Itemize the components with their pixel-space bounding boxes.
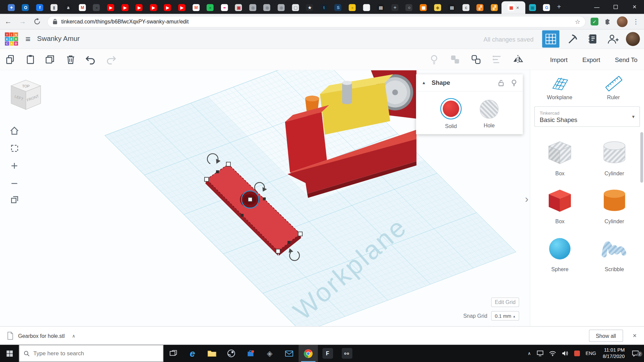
dashboard-grid-button[interactable]: [542, 31, 559, 48]
download-menu-chevron[interactable]: ∧: [72, 333, 75, 339]
browser-tab[interactable]: ◉: [260, 1, 274, 14]
browser-tab[interactable]: G: [539, 1, 553, 14]
delete-button[interactable]: [64, 53, 78, 67]
edit-grid-button[interactable]: Edit Grid: [491, 298, 519, 307]
browser-menu-icon[interactable]: ⋮: [633, 18, 639, 25]
zoom-in-button[interactable]: [11, 163, 17, 169]
mirror-button[interactable]: [511, 53, 525, 67]
ruler-tool[interactable]: Ruler: [587, 75, 640, 101]
browser-tab[interactable]: ▞: [487, 1, 501, 14]
extension-check-icon[interactable]: ✓: [591, 18, 598, 25]
corner-handle[interactable]: [226, 162, 230, 166]
corner-handle[interactable]: [276, 249, 280, 253]
language-indicator[interactable]: ENG: [583, 351, 599, 356]
home-view-button[interactable]: [11, 127, 18, 134]
close-button[interactable]: ×: [625, 0, 644, 14]
browser-tab[interactable]: ●: [345, 1, 359, 14]
viewcube-top-label[interactable]: TOP: [22, 84, 30, 88]
view-cube[interactable]: TOP LEFT FRONT: [11, 80, 41, 110]
edge-handle[interactable]: [287, 241, 290, 244]
lock-toggle-button[interactable]: [498, 79, 504, 86]
tray-app-icon[interactable]: [571, 351, 583, 356]
visibility-bulb-button[interactable]: [511, 79, 517, 86]
download-bar-close-icon[interactable]: ×: [633, 332, 637, 340]
maximize-button[interactable]: [606, 0, 625, 14]
new-tab-button[interactable]: +: [554, 2, 565, 12]
design-title[interactable]: Swanky Amur: [37, 35, 80, 43]
browser-tab[interactable]: ✦: [4, 1, 18, 14]
browser-tab[interactable]: ◆: [430, 1, 444, 14]
taskbar-edge[interactable]: e: [183, 345, 202, 362]
invite-person-button[interactable]: [606, 32, 620, 46]
browser-tab[interactable]: ▶: [146, 1, 160, 14]
export-button[interactable]: Export: [582, 56, 600, 63]
url-text[interactable]: tinkercad.com/things/b6BfwcXqxPY-swanky-…: [61, 18, 575, 24]
browser-tab[interactable]: ▮: [47, 1, 61, 14]
browser-tab[interactable]: ••: [217, 1, 231, 14]
profile-avatar[interactable]: [617, 16, 628, 27]
import-button[interactable]: Import: [550, 56, 568, 63]
browser-tab[interactable]: ★: [303, 1, 317, 14]
align-button[interactable]: [490, 53, 504, 67]
solid-option[interactable]: Solid: [440, 98, 462, 129]
browser-tab[interactable]: t: [317, 1, 331, 14]
task-view-button[interactable]: [163, 345, 183, 362]
taskbar-app-dark[interactable]: ◈: [260, 345, 279, 362]
search-input[interactable]: [33, 350, 159, 357]
browser-tab[interactable]: ▦: [416, 1, 430, 14]
browser-tab[interactable]: O: [18, 1, 33, 14]
browser-tab[interactable]: ▣: [525, 1, 539, 14]
model-steam-dome[interactable]: [342, 83, 352, 104]
browser-tab[interactable]: a: [61, 1, 75, 14]
browser-tab[interactable]: ●: [89, 1, 103, 14]
tray-wifi-icon[interactable]: [546, 351, 559, 356]
action-center-button[interactable]: 2: [628, 350, 644, 357]
browser-tab[interactable]: ▦ ×: [501, 1, 525, 14]
shape-box-striped[interactable]: Box: [545, 138, 575, 177]
browser-tab[interactable]: M: [189, 1, 203, 14]
taskbar-store[interactable]: [241, 345, 260, 362]
redo-button[interactable]: [104, 53, 118, 67]
duplicate-button[interactable]: [44, 53, 58, 67]
group-button[interactable]: [448, 53, 462, 67]
solid-swatch[interactable]: [443, 101, 459, 117]
shape-box-red[interactable]: Box: [545, 186, 575, 225]
ungroup-button[interactable]: [469, 53, 483, 67]
show-all-bulb-button[interactable]: [427, 53, 441, 67]
shape-sphere[interactable]: Sphere: [545, 234, 575, 273]
back-button[interactable]: ←: [2, 15, 14, 28]
tray-expand-chevron[interactable]: ∧: [525, 351, 534, 356]
taskbar-app-oo[interactable]: oo: [337, 345, 357, 362]
undo-button[interactable]: [84, 53, 98, 67]
forward-button[interactable]: →: [16, 15, 29, 28]
reload-button[interactable]: [31, 15, 43, 28]
browser-tab[interactable]: ▤: [374, 1, 388, 14]
edge-handle[interactable]: [241, 214, 244, 217]
send-to-button[interactable]: Send To: [615, 56, 637, 63]
edge-handle[interactable]: [216, 170, 219, 173]
taskbar-file-explorer[interactable]: [202, 345, 221, 362]
browser-tab[interactable]: ◉: [274, 1, 288, 14]
bookmark-star-icon[interactable]: ☆: [575, 18, 580, 25]
panel-collapse-button[interactable]: ▲: [422, 80, 426, 85]
shape-cylinder-striped[interactable]: Cylinder: [599, 138, 630, 177]
browser-tab[interactable]: ▣: [231, 1, 246, 14]
center-handle[interactable]: [248, 197, 252, 201]
tab-close-icon[interactable]: ×: [516, 5, 519, 10]
shape-scribble[interactable]: Scribble: [599, 234, 630, 273]
browser-tab[interactable]: ◉: [246, 1, 260, 14]
minecraft-pickaxe-button[interactable]: [566, 32, 580, 46]
browser-tab[interactable]: M: [75, 1, 89, 14]
show-all-button[interactable]: Show all: [589, 329, 623, 342]
tinkercad-logo[interactable]: T I N K E R C A D: [5, 33, 18, 46]
browser-tab[interactable]: ○: [402, 1, 416, 14]
tray-monitor-icon[interactable]: [534, 351, 546, 356]
omnibox[interactable]: tinkercad.com/things/b6BfwcXqxPY-swanky-…: [47, 16, 586, 27]
browser-tab[interactable]: S: [331, 1, 345, 14]
minimize-button[interactable]: —: [587, 0, 606, 14]
browser-tab[interactable]: ▢: [288, 1, 302, 14]
browser-tab[interactable]: c: [459, 1, 473, 14]
perspective-toggle-button[interactable]: [11, 197, 17, 203]
taskbar-clock[interactable]: 11:01 PM 8/17/2020: [599, 347, 628, 360]
browser-tab[interactable]: ▶: [118, 1, 132, 14]
